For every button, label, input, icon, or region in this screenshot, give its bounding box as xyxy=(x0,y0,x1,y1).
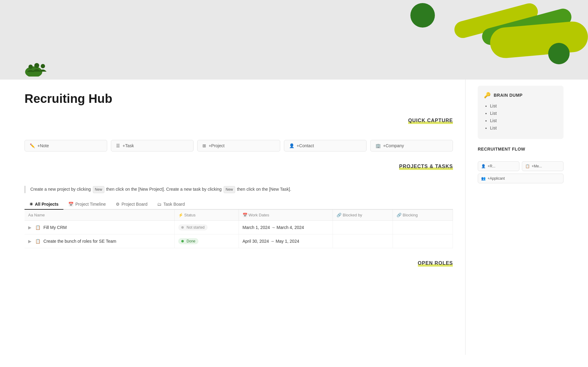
company-button[interactable]: 🏢 +Company xyxy=(370,140,453,152)
instruction-block: Create a new project by clicking New the… xyxy=(24,186,453,193)
brain-dump-item-2: List xyxy=(490,111,557,116)
right-column: 🔑 BRAIN DUMP List List List List RECRUIT… xyxy=(478,80,564,355)
instruction-text-3: then click on the [New Task]. xyxy=(237,187,291,192)
company-label: +Company xyxy=(383,143,404,148)
calendar-icon-dates: 📅 xyxy=(243,213,249,217)
row2-dates-label: April 30, 2024 → May 1, 2024 xyxy=(243,239,299,244)
contact-button[interactable]: 👤 +Contact xyxy=(284,140,367,152)
th-blocked-by: 🔗 Blocked by xyxy=(333,210,393,221)
quick-capture-row: ✏️ +Note ☰ +Task ⊞ +Project 👤 +Contact 🏢… xyxy=(24,140,453,152)
gear-icon-board: ⚙ xyxy=(116,202,120,207)
header-banner xyxy=(0,0,588,80)
add-role-icon: 👤 xyxy=(481,164,486,168)
row2-blocking-cell xyxy=(393,234,453,248)
table-row: ▶ 📋 Fill My CRM Not started March 1, 202… xyxy=(24,221,453,234)
open-roles-section: OPEN ROLES xyxy=(24,260,453,273)
brain-dump-header: 🔑 BRAIN DUMP xyxy=(484,92,557,99)
brain-dump-item-1: List xyxy=(490,103,557,108)
add-applicant-icon: 👥 xyxy=(481,176,486,181)
row1-status-cell: Not started xyxy=(174,221,239,234)
add-meeting-label: +Me... xyxy=(532,164,542,168)
project-icon: ⊞ xyxy=(202,143,206,148)
add-meeting-button[interactable]: 📋 +Me... xyxy=(522,161,564,171)
row2-project-icon: 📋 xyxy=(35,239,40,244)
add-role-label: +R... xyxy=(488,164,496,168)
instruction-text-1: Create a new project by clicking xyxy=(30,187,91,192)
th-work-dates: 📅 Work Dates xyxy=(239,210,333,221)
brain-dump-card: 🔑 BRAIN DUMP List List List List xyxy=(478,86,564,139)
deco-circle-2 xyxy=(548,43,570,64)
tab-project-board-label: Project Board xyxy=(122,202,148,207)
main-content: Recruiting Hub QUICK CAPTURE ✏️ +Note ☰ … xyxy=(0,80,588,367)
tab-all-projects[interactable]: ✳ All Projects xyxy=(24,199,63,210)
tab-project-board[interactable]: ⚙ Project Board xyxy=(111,199,153,210)
page-title: Recruiting Hub xyxy=(24,92,453,106)
note-button[interactable]: ✏️ +Note xyxy=(24,140,107,152)
tab-all-projects-label: All Projects xyxy=(35,202,58,207)
brain-dump-item-3: List xyxy=(490,118,557,123)
calendar-icon-timeline: 📅 xyxy=(68,202,74,207)
open-roles-section-wrap: OPEN ROLES xyxy=(24,260,453,273)
quick-capture-section: QUICK CAPTURE xyxy=(24,118,453,131)
th-name: Aa Name xyxy=(24,210,174,221)
row2-status-cell: Done xyxy=(174,234,239,248)
svg-point-2 xyxy=(34,63,39,68)
instruction-text-2: then click on the [New Project]. Create … xyxy=(106,187,221,192)
row1-status-badge[interactable]: Not started xyxy=(178,224,208,230)
brain-dump-item-4: List xyxy=(490,125,557,130)
status-icon: ⚡ xyxy=(178,213,184,217)
tabs-row: ✳ All Projects 📅 Project Timeline ⚙ Proj… xyxy=(24,199,453,210)
new-badge-1: New xyxy=(93,186,104,193)
row2-name-label: Create the bunch of roles for SE Team xyxy=(43,239,116,244)
brain-dump-icon: 🔑 xyxy=(484,92,491,99)
th-status: ⚡ Status xyxy=(174,210,239,221)
note-label: +Note xyxy=(37,143,49,148)
row1-project-icon: 📋 xyxy=(35,225,40,230)
th-work-dates-label: Work Dates xyxy=(248,213,269,217)
project-button[interactable]: ⊞ +Project xyxy=(197,140,280,152)
tab-project-timeline[interactable]: 📅 Project Timeline xyxy=(63,199,111,210)
row1-expand-icon[interactable]: ▶ xyxy=(28,225,32,230)
task-button[interactable]: ☰ +Task xyxy=(111,140,194,152)
row2-status-label: Done xyxy=(187,239,195,243)
th-blocking: 🔗 Blocking xyxy=(393,210,453,221)
add-applicant-button[interactable]: 👥 +Applicant xyxy=(478,174,564,183)
project-label: +Project xyxy=(209,143,224,148)
th-blocked-by-label: Blocked by xyxy=(343,213,362,217)
row2-expand-icon[interactable]: ▶ xyxy=(28,239,32,244)
row1-blocked-cell xyxy=(333,221,393,234)
row1-blocking-cell xyxy=(393,221,453,234)
projects-tasks-heading: PROJECTS & TASKS xyxy=(399,164,453,169)
content-divider xyxy=(465,80,466,355)
recruitment-buttons-row: 👤 +R... 📋 +Me... xyxy=(478,161,564,171)
company-icon: 🏢 xyxy=(375,143,381,148)
contact-label: +Contact xyxy=(297,143,314,148)
th-status-label: Status xyxy=(184,213,196,217)
row1-dates-cell: March 1, 2024 → March 4, 2024 xyxy=(239,221,333,234)
link-icon-blocking: 🔗 xyxy=(397,213,403,217)
brain-dump-title: BRAIN DUMP xyxy=(494,93,522,98)
add-applicant-label: +Applicant xyxy=(488,176,505,181)
recruitment-flow-heading: RECRUITMENT FLOW xyxy=(478,147,525,152)
tab-task-board[interactable]: 🗂 Task Board xyxy=(152,199,190,210)
tab-project-timeline-label: Project Timeline xyxy=(75,202,106,207)
deco-circle-1 xyxy=(410,3,435,28)
row1-status-dot xyxy=(181,226,184,229)
new-badge-2: New xyxy=(224,186,235,193)
row1-name-cell: ▶ 📋 Fill My CRM xyxy=(24,221,174,234)
row2-status-badge[interactable]: Done xyxy=(178,238,198,244)
add-role-button[interactable]: 👤 +R... xyxy=(478,161,519,171)
add-meeting-icon: 📋 xyxy=(525,164,530,168)
task-label: +Task xyxy=(123,143,134,148)
snowflake-icon: ✳ xyxy=(29,202,33,207)
projects-tasks-section: PROJECTS & TASKS xyxy=(24,164,453,177)
grid-icon-task: 🗂 xyxy=(157,202,161,207)
row1-name-label: Fill My CRM xyxy=(43,225,67,230)
contact-icon: 👤 xyxy=(289,143,294,148)
logo-svg xyxy=(24,58,61,77)
quick-capture-heading: QUICK CAPTURE xyxy=(408,118,453,123)
row1-dates-label: March 1, 2024 → March 4, 2024 xyxy=(243,225,304,230)
th-blocking-label: Blocking xyxy=(403,213,418,217)
brain-dump-list: List List List List xyxy=(484,103,557,130)
left-column: Recruiting Hub QUICK CAPTURE ✏️ +Note ☰ … xyxy=(24,80,453,355)
